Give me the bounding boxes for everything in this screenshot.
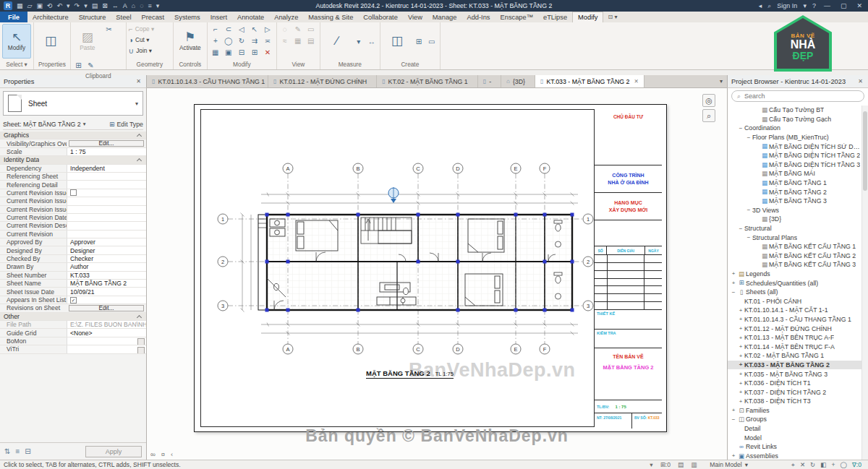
ribbon-tab[interactable]: Massing & Site [303, 12, 358, 22]
ribbon-tab[interactable]: Systems [169, 12, 205, 22]
snaps-icon[interactable]: ◯ [840, 462, 847, 468]
tree-item[interactable]: MẶT BẰNG MÁI [728, 169, 861, 178]
property-row[interactable]: Other [0, 313, 146, 321]
tree-item[interactable]: + KT.01.10.14.1 - MẶT CẮT 1-1 [728, 306, 861, 315]
expander-icon[interactable]: + [737, 389, 744, 395]
tree-item[interactable]: + KT.036 - DIỆN TÍCH T1 [728, 379, 861, 388]
split-icon[interactable]: ▦ [210, 47, 221, 58]
expander-icon[interactable]: + [737, 398, 744, 405]
text-icon[interactable]: A [123, 3, 127, 9]
property-row[interactable]: File Path E:\Z. FILES BUON BAN\NH... [0, 321, 146, 329]
property-row[interactable]: Current Revision Date [0, 214, 146, 222]
close-button[interactable]: ✕ [854, 2, 864, 9]
expander-icon[interactable]: − [730, 289, 737, 296]
copy-icon[interactable]: ⊞ [73, 60, 84, 71]
aligned-dimension-icon[interactable]: ↔ [366, 36, 378, 47]
search-icon[interactable]: ⌕ [767, 3, 771, 9]
steering-wheel-icon[interactable]: ◎ [702, 94, 715, 107]
ribbon-tab[interactable]: Add-Ins [461, 12, 495, 22]
property-row[interactable]: Identity Data [0, 156, 146, 164]
tree-item[interactable]: + KT.01.12 - MẶT ĐỨNG CHÍNH [728, 324, 861, 333]
select-pinned-icon[interactable]: ✕ [800, 462, 805, 468]
undo-caret-icon[interactable]: ▾ [67, 3, 70, 9]
tree-item[interactable]: − Groups [728, 415, 861, 424]
tree-item[interactable]: − 3D Views [728, 206, 861, 215]
ribbon-tab[interactable]: eTLipse [538, 12, 572, 22]
close-tab-icon[interactable]: ✕ [634, 78, 639, 85]
tree-item[interactable]: + Schedules/Quantities (all) [728, 278, 861, 288]
tree-item[interactable]: MẶT BẰNG KẾT CẤU TẦNG 1 [728, 242, 861, 251]
tree-item[interactable]: KT.01 - PHỐI CẢNH [728, 296, 861, 306]
expander-icon[interactable]: + [730, 452, 737, 459]
tree-item[interactable]: + KT.033 - MẶT BẰNG TẦNG 2 [728, 361, 861, 370]
select-underlay-icon[interactable]: ↻ [810, 462, 815, 468]
render-icon[interactable]: ◌ [140, 3, 143, 9]
print-icon[interactable]: ▤ [92, 3, 98, 9]
document-tab[interactable]: ▯ KT.01.10.14.3 - CẦU THANG TẦNG 1 [147, 75, 268, 87]
expander-icon[interactable]: + [737, 335, 744, 341]
ribbon-tab[interactable]: Precast [137, 12, 170, 22]
expander-icon[interactable]: + [737, 353, 744, 359]
expander-icon[interactable]: + [737, 371, 744, 377]
project-browser-header[interactable]: Project Browser - Kientruc 14-01-2023 ✕ [727, 75, 868, 88]
workset-icon[interactable]: ▤ [678, 462, 684, 468]
expander-icon[interactable]: + [737, 380, 744, 387]
property-row[interactable]: Approved By Approver [0, 238, 146, 246]
reveal-hidden-icon[interactable]: ¤ [161, 450, 165, 458]
property-row[interactable]: Graphics [0, 132, 146, 139]
customize-caret-icon[interactable]: ▾ [156, 3, 160, 9]
status-caret-icon[interactable]: ▾ [650, 462, 652, 468]
redo-icon[interactable]: ↷ [75, 3, 80, 9]
ribbon-tab[interactable]: Enscape™ [495, 12, 538, 22]
activate-dimensions-button[interactable]: ⚑ Activate [176, 24, 205, 59]
property-row[interactable]: Current Revision Issued To [0, 206, 146, 214]
expander-icon[interactable]: − [737, 125, 744, 132]
tree-item[interactable]: MẶT BẰNG DIỆN TÍCH TẦNG 2 [728, 151, 861, 160]
property-row[interactable]: Designed By Designer [0, 246, 146, 254]
mirror-pick-icon[interactable]: ◁ [236, 24, 247, 35]
create-group-icon[interactable]: ▭ [426, 36, 438, 47]
trim-icon[interactable]: ≍ [262, 35, 273, 46]
hide-elements-icon[interactable]: ◌ [279, 24, 291, 35]
tab-overflow-icon[interactable]: ▾ [715, 78, 727, 85]
properties-button[interactable]: ◫ [36, 24, 65, 59]
measure-icon[interactable]: ↔ [112, 3, 119, 9]
join-button[interactable]: ∪ Join ▾ [129, 46, 171, 56]
expander-icon[interactable]: − [745, 207, 752, 213]
filter-count-icon[interactable]: ∇:0 [852, 462, 861, 468]
offset-icon[interactable]: ⊂ [223, 24, 234, 35]
displace-icon[interactable]: ▦ [292, 35, 304, 46]
cope-button[interactable]: ⌐ Cope ▾ [129, 24, 171, 35]
apply-button[interactable]: Apply [85, 446, 142, 457]
tree-item[interactable]: MẶT BẰNG TẦNG 2 [728, 187, 861, 197]
tree-item[interactable]: + KT.037 - DIỆN TÍCH TẦNG 2 [728, 387, 861, 397]
ribbon-tab[interactable]: View [403, 12, 427, 22]
expander-icon[interactable]: + [737, 316, 744, 322]
property-row[interactable]: Visibility/Graphics Overrid... Edit... [0, 139, 146, 147]
tree-item[interactable]: + KT.035 - MẶT BẰNG TẦNG 3 [728, 369, 861, 379]
property-row[interactable]: Referencing Sheet [0, 173, 146, 181]
align-icon[interactable]: ⌐ [210, 24, 221, 35]
file-grid-icon[interactable]: ▦ [17, 3, 23, 9]
array-icon[interactable]: ⇉ [249, 35, 260, 46]
ribbon-tab[interactable]: Analyze [269, 12, 303, 22]
main-model-selector[interactable]: Main Model ▾ [710, 461, 748, 468]
property-row[interactable]: Current Revision [0, 231, 146, 238]
measure-button[interactable]: ∕ [323, 25, 352, 59]
cut-icon[interactable]: ✂ [103, 24, 114, 35]
revit-logo[interactable]: R [4, 1, 12, 10]
back-icon[interactable]: ◂ [759, 3, 762, 9]
open-icon[interactable]: ▱ [27, 3, 33, 9]
tree-item[interactable]: − Sheets (all) [728, 288, 861, 297]
tree-item[interactable]: − Structural [728, 224, 861, 233]
scale-icon[interactable]: ⊞ [249, 47, 260, 58]
property-row[interactable]: BoMon [0, 337, 146, 345]
default-3d-view-icon[interactable]: ⌂ [132, 3, 135, 9]
property-row[interactable]: Sheet Number KT.033 [0, 272, 146, 280]
tree-item[interactable]: − Structural Plans [728, 233, 861, 242]
property-row[interactable]: Sheet Issue Date 10/09/21 [0, 288, 146, 296]
redo-caret-icon[interactable]: ▾ [84, 3, 88, 9]
property-row[interactable]: Referencing Detail [0, 181, 146, 189]
property-row[interactable]: Checked By Checker [0, 255, 146, 263]
collapse-icon[interactable]: ‹ [171, 450, 173, 458]
